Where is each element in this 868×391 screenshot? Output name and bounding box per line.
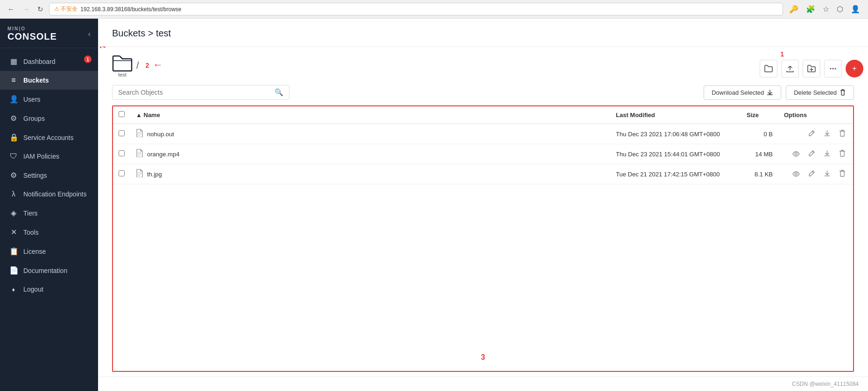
iam-icon: 🛡	[9, 152, 18, 161]
file-list-container: 3 ▲ Name Last Modified Size	[112, 105, 854, 372]
delete-btn-0[interactable]	[837, 129, 847, 139]
user-btn[interactable]: 👤	[848, 4, 862, 14]
sidebar-item-groups[interactable]: ⚙ Groups	[0, 109, 98, 128]
annotation-1: 1	[780, 50, 784, 58]
red-action-btn[interactable]: +	[846, 60, 863, 77]
main-content: Buckets > test 1 ➜ test	[98, 19, 868, 391]
bookmark-btn[interactable]: ☆	[820, 4, 832, 14]
svg-point-4	[795, 173, 797, 175]
row-checkbox-1[interactable]	[119, 150, 125, 156]
row-modified-cell: Thu Dec 23 2021 17:06:48 GMT+0800	[610, 124, 741, 144]
sidebar-item-label: Dashboard	[23, 58, 56, 65]
col-header-checkbox	[113, 106, 130, 124]
upload-btn[interactable]	[781, 60, 799, 77]
logo-console: CONSOLE	[7, 31, 57, 42]
svg-point-2	[835, 68, 836, 70]
delete-row-icon	[839, 130, 846, 137]
sidebar-item-service-accounts[interactable]: 🔒 Service Accounts	[0, 128, 98, 147]
file-icon-svg	[136, 169, 143, 177]
row-checkbox-cell	[113, 144, 130, 164]
delete-selected-btn[interactable]: Delete Selected	[786, 85, 854, 100]
preview-btn-2[interactable]	[790, 169, 802, 179]
download-selected-btn[interactable]: Download Selected	[704, 85, 781, 100]
profile-btn[interactable]: ⬡	[834, 4, 846, 14]
sidebar-item-license[interactable]: 📋 License	[0, 242, 98, 261]
delete-btn-1[interactable]	[837, 149, 847, 159]
folder-path-area: ➜ test / 2 ←	[112, 54, 163, 77]
download-btn-2[interactable]	[822, 169, 833, 179]
search-action-row: 🔍 Download Selected Delete Selected	[98, 81, 868, 105]
row-name-cell: th.jpg	[130, 164, 610, 184]
annotation-3: 3	[481, 353, 485, 362]
dashboard-icon: ▦	[9, 57, 18, 66]
edit-icon	[808, 150, 815, 157]
url-text: 192.168.3.89:38168/buckets/test/browse	[80, 6, 181, 13]
more-options-btn[interactable]	[824, 60, 842, 77]
select-all-checkbox[interactable]	[119, 111, 125, 117]
back-button[interactable]: ←	[6, 4, 17, 14]
row-checkbox-2[interactable]	[119, 170, 125, 176]
eye-icon	[792, 171, 800, 177]
password-manager-btn[interactable]: 🔑	[787, 4, 801, 14]
buckets-icon: ≡	[9, 76, 18, 84]
sidebar-item-label: Groups	[23, 115, 45, 122]
sidebar-item-documentation[interactable]: 📄 Documentation	[0, 261, 98, 280]
row-options-cell	[778, 124, 853, 144]
groups-icon: ⚙	[9, 114, 18, 123]
notification-icon: λ	[9, 190, 18, 198]
browser-actions: 🔑 🧩 ☆ ⬡ 👤	[787, 4, 862, 14]
sidebar-item-logout[interactable]: ⬧ Logout	[0, 280, 98, 299]
file-name-label: th.jpg	[147, 171, 162, 178]
sidebar-logo: MIN|O CONSOLE ‹	[0, 19, 98, 48]
sidebar-item-dashboard[interactable]: ▦ Dashboard 1	[0, 52, 98, 71]
browser-bar: ← → ↻ ⚠ 不安全 192.168.3.89:38168/buckets/t…	[0, 0, 868, 19]
sidebar-item-users[interactable]: 👤 Users	[0, 90, 98, 109]
sidebar-collapse-btn[interactable]: ‹	[88, 30, 91, 38]
edit-btn-0[interactable]	[806, 129, 817, 139]
edit-btn-1[interactable]	[806, 149, 817, 159]
arrow-1-icon: ➜	[98, 47, 108, 53]
table-row: orange.mp4 Thu Dec 23 2021 15:44:01 GMT+…	[113, 144, 853, 164]
folder-label: test	[118, 72, 127, 77]
new-folder-btn[interactable]	[803, 60, 820, 77]
footer: CSDN @weixin_41115084	[98, 377, 868, 391]
svg-point-1	[833, 68, 834, 70]
row-modified-cell: Thu Dec 23 2021 15:44:01 GMT+0800	[610, 144, 741, 164]
sidebar-item-label: Tools	[23, 229, 39, 236]
name-header-label: Name	[144, 112, 160, 119]
sidebar: MIN|O CONSOLE ‹ ▦ Dashboard 1 ≡ Buckets …	[0, 19, 98, 391]
download-btn-1[interactable]	[822, 149, 833, 159]
sidebar-item-tools[interactable]: ✕ Tools	[0, 223, 98, 242]
url-bar[interactable]: ⚠ 不安全 192.168.3.89:38168/buckets/test/br…	[49, 3, 783, 15]
new-folder-icon	[807, 64, 816, 73]
sidebar-item-tiers[interactable]: ◈ Tiers	[0, 203, 98, 223]
row-name-cell: nohup.out	[130, 124, 610, 144]
create-folder-btn[interactable]	[760, 60, 777, 77]
trash-icon	[840, 89, 846, 96]
app-container: MIN|O CONSOLE ‹ ▦ Dashboard 1 ≡ Buckets …	[0, 19, 868, 391]
sidebar-item-notification-endpoints[interactable]: λ Notification Endpoints	[0, 185, 98, 203]
preview-btn-1[interactable]	[790, 149, 802, 159]
sidebar-item-buckets[interactable]: ≡ Buckets	[0, 71, 98, 90]
sidebar-item-label: Notification Endpoints	[23, 190, 86, 198]
settings-icon: ⚙	[9, 171, 18, 180]
folder-icon	[112, 54, 133, 72]
edit-icon	[808, 130, 815, 137]
reload-button[interactable]: ↻	[35, 4, 45, 14]
delete-selected-label: Delete Selected	[794, 89, 837, 96]
delete-btn-2[interactable]	[837, 169, 847, 179]
edit-btn-2[interactable]	[806, 169, 817, 179]
forward-button[interactable]: →	[21, 4, 32, 14]
extension-btn[interactable]: 🧩	[804, 4, 818, 14]
sidebar-item-iam-policies[interactable]: 🛡 IAM Policies	[0, 147, 98, 166]
row-checkbox-0[interactable]	[119, 130, 125, 136]
col-header-name[interactable]: ▲ Name	[130, 106, 610, 124]
download-row-icon	[824, 170, 831, 177]
col-header-options: Options	[778, 106, 853, 124]
delete-row-icon	[839, 150, 846, 157]
search-input[interactable]	[118, 89, 275, 96]
file-type-icon	[136, 129, 143, 139]
sidebar-item-settings[interactable]: ⚙ Settings	[0, 166, 98, 185]
download-btn-0[interactable]	[822, 129, 833, 139]
annotation-2: 2	[146, 62, 149, 69]
